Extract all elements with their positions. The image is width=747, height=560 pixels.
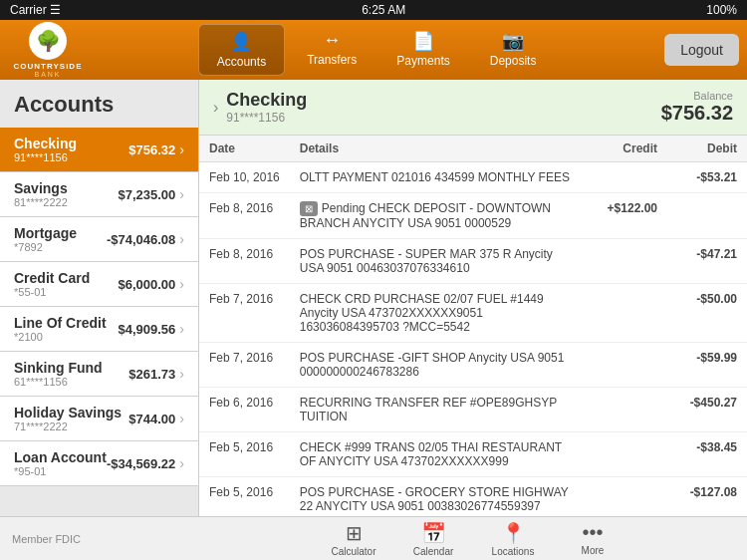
bottom-tab-calendar[interactable]: 📅Calendar: [408, 521, 458, 557]
tx-debit: -$127.08: [667, 477, 747, 517]
account-info: Holiday Savings 71****2222: [14, 405, 128, 432]
tx-debit: -$53.21: [667, 162, 747, 193]
account-name: Holiday Savings: [14, 405, 128, 420]
account-balance: $4,909.56: [118, 322, 175, 337]
tx-details: CHECK #999 TRANS 02/05 THAI RESTAURANT O…: [290, 432, 588, 477]
bottom-tab-locations[interactable]: 📍Locations: [488, 521, 538, 557]
nav-tab-accounts[interactable]: 👤Accounts: [198, 24, 285, 76]
main-content: Accounts Checking 91****1156 $756.32 › S…: [0, 80, 747, 516]
tx-debit: -$59.99: [667, 343, 747, 388]
tx-date: Feb 6, 2016: [199, 388, 290, 432]
time: 6:25 AM: [362, 3, 405, 17]
account-item-sinking-fund[interactable]: Sinking Fund 61****1156 $261.73 ›: [0, 352, 198, 397]
tx-date: Feb 8, 2016: [199, 239, 290, 284]
tx-credit: +$122.00: [588, 193, 667, 239]
tx-details: POS PURCHASE - GROCERY STORE HIGHWAY 22 …: [290, 477, 588, 517]
account-number: 91****1156: [14, 151, 128, 163]
logo-bank: BANK: [34, 71, 61, 78]
sidebar: Accounts Checking 91****1156 $756.32 › S…: [0, 80, 199, 516]
account-item-savings[interactable]: Savings 81****2222 $7,235.00 ›: [0, 172, 198, 217]
account-item-mortgage[interactable]: Mortgage *7892 -$74,046.08 ›: [0, 217, 198, 262]
logo-circle: 🌳: [29, 22, 67, 60]
table-row: Feb 8, 2016 ⊠Pending CHECK DEPOSIT - DOW…: [199, 193, 747, 239]
transactions-table: Date Details Credit Debit Feb 10, 2016 O…: [199, 136, 747, 516]
nav-tab-deposits[interactable]: 📷Deposits: [472, 24, 555, 76]
tx-details: CHECK CRD PURCHASE 02/07 FUEL #1449 Anyc…: [290, 284, 588, 343]
bottom-tabs: ⊞Calculator📅Calendar📍Locations•••More: [199, 521, 747, 557]
tx-credit: [588, 162, 667, 193]
account-number: 71****2222: [14, 420, 128, 432]
bottom-tab-more[interactable]: •••More: [568, 521, 618, 557]
account-chevron-icon: ›: [179, 186, 184, 202]
tx-credit: [588, 239, 667, 284]
account-info: Credit Card *55-01: [14, 270, 118, 298]
deposits-icon: 📷: [502, 30, 524, 52]
tx-date: Feb 8, 2016: [199, 193, 290, 239]
table-row: Feb 7, 2016 POS PURCHASE -GIFT SHOP Anyc…: [199, 343, 747, 388]
tx-debit: -$50.00: [667, 284, 747, 343]
account-chevron-icon: ›: [179, 321, 184, 337]
detail-account-info: Checking 91****1156: [226, 90, 660, 125]
detail-balance: $756.32: [661, 102, 733, 125]
account-name: Credit Card: [14, 270, 118, 286]
logo-tree-icon: 🌳: [36, 29, 61, 53]
sidebar-title: Accounts: [0, 80, 198, 128]
account-chevron-icon: ›: [179, 141, 184, 157]
tx-date: Feb 7, 2016: [199, 343, 290, 388]
account-info: Savings 81****2222: [14, 180, 118, 208]
bottom-tab-calculator[interactable]: ⊞Calculator: [329, 521, 378, 557]
detail-account-number: 91****1156: [226, 111, 660, 125]
account-number: *2100: [14, 331, 118, 343]
table-row: Feb 5, 2016 CHECK #999 TRANS 02/05 THAI …: [199, 432, 747, 477]
account-chevron-icon: ›: [179, 411, 184, 426]
calculator-bottom-icon: ⊞: [346, 521, 363, 545]
logo-name: COUNTRYSIDE: [14, 62, 83, 71]
nav-tab-payments[interactable]: 📄Payments: [378, 24, 467, 76]
tx-debit: [667, 193, 747, 239]
tx-details: OLTT PAYMENT 021016 434599 MONTHLY FEES: [290, 162, 588, 193]
account-item-line-of-credit[interactable]: Line Of Credit *2100 $4,909.56 ›: [0, 307, 198, 352]
account-item-loan-account[interactable]: Loan Account *95-01 -$34,569.22 ›: [0, 441, 198, 486]
nav-tab-label-deposits: Deposits: [490, 54, 537, 68]
account-number: 61****1156: [14, 376, 128, 388]
table-row: Feb 10, 2016 OLTT PAYMENT 021016 434599 …: [199, 162, 747, 193]
account-item-checking[interactable]: Checking 91****1156 $756.32 ›: [0, 128, 198, 172]
detail-chevron-icon: ›: [213, 99, 218, 117]
tx-date: Feb 5, 2016: [199, 432, 290, 477]
account-chevron-icon: ›: [179, 366, 184, 382]
account-name: Line Of Credit: [14, 315, 118, 331]
more-bottom-icon: •••: [582, 521, 603, 544]
table-row: Feb 5, 2016 POS PURCHASE - GROCERY STORE…: [199, 477, 747, 517]
col-debit: Debit: [667, 136, 747, 162]
logout-button[interactable]: Logout: [664, 34, 739, 66]
table-row: Feb 7, 2016 CHECK CRD PURCHASE 02/07 FUE…: [199, 284, 747, 343]
transfers-icon: ↔: [323, 30, 341, 51]
account-item-holiday-savings[interactable]: Holiday Savings 71****2222 $744.00 ›: [0, 397, 198, 441]
account-number: *95-01: [14, 465, 107, 477]
tx-date: Feb 7, 2016: [199, 284, 290, 343]
nav-tabs: 👤Accounts↔Transfers📄Payments📷Deposits: [98, 24, 654, 76]
accounts-icon: 👤: [230, 31, 252, 53]
account-name: Checking: [14, 136, 128, 151]
table-row: Feb 6, 2016 RECURRING TRANSFER REF #OPE8…: [199, 388, 747, 432]
table-row: Feb 8, 2016 POS PURCHASE - SUPER MAR 375…: [199, 239, 747, 284]
tx-details: POS PURCHASE - SUPER MAR 375 R Anycity U…: [290, 239, 588, 284]
battery: 100%: [706, 3, 737, 17]
payments-icon: 📄: [412, 30, 434, 52]
account-balance: -$74,046.08: [107, 232, 175, 247]
account-balance: $756.32: [128, 142, 175, 157]
nav-tab-label-accounts: Accounts: [217, 55, 266, 69]
account-chevron-icon: ›: [179, 455, 184, 471]
account-item-credit-card[interactable]: Credit Card *55-01 $6,000.00 ›: [0, 262, 198, 307]
tx-debit: -$450.27: [667, 388, 747, 432]
nav-tab-transfers[interactable]: ↔Transfers: [289, 24, 374, 76]
account-number: *7892: [14, 241, 107, 253]
account-number: 81****2222: [14, 196, 118, 208]
tx-details: RECURRING TRANSFER REF #OPE89GHSYP TUITI…: [290, 388, 588, 432]
account-name: Sinking Fund: [14, 360, 128, 376]
account-info: Checking 91****1156: [14, 136, 128, 163]
col-date: Date: [199, 136, 290, 162]
bottom-tab-label-calendar: Calendar: [413, 546, 454, 557]
tx-date: Feb 5, 2016: [199, 477, 290, 517]
account-list: Checking 91****1156 $756.32 › Savings 81…: [0, 128, 198, 486]
